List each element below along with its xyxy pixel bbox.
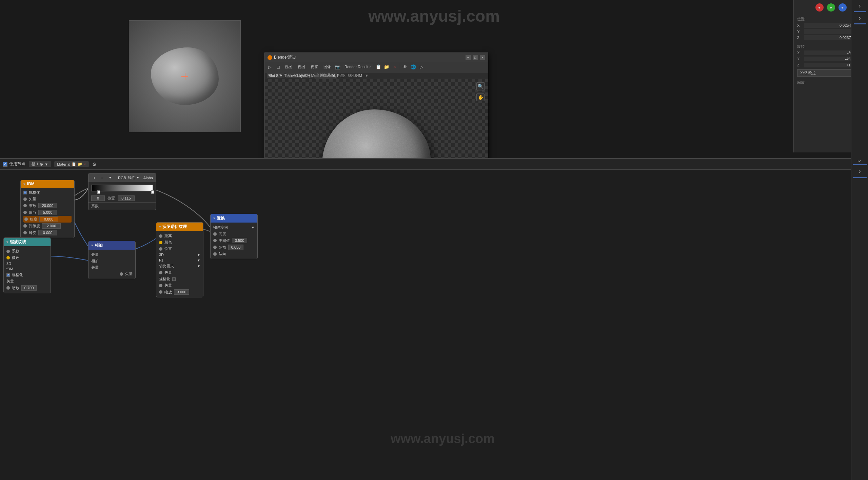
viewport-crosshair — [181, 73, 188, 80]
copy-icon[interactable]: 📋 — [375, 64, 381, 70]
material-folder-icon[interactable]: 📁 — [78, 162, 82, 166]
vor-cheb-row: 切比雪夫 ▼ — [159, 263, 200, 269]
render-toolbar-icon1[interactable]: ▷ — [267, 64, 273, 70]
material-close-icon[interactable]: × — [84, 162, 86, 166]
gradient-marker-2[interactable] — [151, 190, 154, 194]
vor-norm-checkbox[interactable] — [172, 277, 176, 281]
gradient-editor: + − ▾ RGB 线性 ▾ Alpha 位置 — [88, 173, 156, 210]
menu-image[interactable]: 图像 — [322, 64, 333, 70]
fbm-roughness-input[interactable] — [39, 216, 58, 222]
ripple-chevron[interactable]: ▾ — [6, 240, 8, 244]
y-axis-label: Y — [797, 29, 804, 34]
disp-space-arrow[interactable]: ▼ — [251, 226, 255, 229]
render-icon-cam[interactable]: 📷 — [335, 64, 341, 70]
vor-3d-arrow[interactable]: ▼ — [197, 253, 200, 257]
zoom-search-icon[interactable]: 🔍 — [476, 82, 485, 90]
slot-1-dropdown[interactable]: 槽 1 ⊕ ▼ — [29, 161, 51, 167]
render-result-close-icon[interactable]: × — [369, 65, 371, 69]
render-toolbar-icon2[interactable]: ◻ — [275, 64, 281, 70]
restore-button[interactable]: □ — [473, 55, 478, 60]
color-mode-label: RGB — [118, 176, 126, 180]
gradient-marker-1[interactable] — [97, 190, 100, 194]
menu-view2[interactable]: 视图 — [296, 64, 307, 70]
ripple-node: ▾ 锯波纹线 系数 颜色 3D fBM — [3, 237, 51, 293]
narrow-panel-icons: › › — [851, 0, 868, 26]
node-canvas: ▾ fBM ✓ 规格化 矢量 缩放 — [0, 170, 868, 480]
globe-icon[interactable]: 🌐 — [410, 64, 416, 70]
disp-mid-dot — [213, 239, 217, 242]
view3d-icon[interactable]: 👁 — [402, 64, 408, 70]
render-result-label: Render Result — [344, 65, 368, 69]
use-nodes-text: 使用节点 — [9, 161, 25, 167]
disp-chevron[interactable]: ▾ — [213, 216, 215, 220]
fbm-distortion-input[interactable] — [38, 230, 57, 235]
menu-view1[interactable]: 视图 — [283, 64, 294, 70]
use-nodes-label[interactable]: 使用节点 — [3, 161, 25, 167]
use-nodes-checkbox[interactable] — [3, 162, 7, 167]
vor-color-label: 颜色 — [164, 240, 172, 245]
render-result-dropdown[interactable]: Render Result × — [343, 64, 373, 69]
narrow-collapse-2[interactable]: › — [859, 14, 861, 22]
vor-scale-input[interactable] — [174, 289, 189, 295]
ripple-title: 锯波纹线 — [10, 239, 26, 245]
vor-cheb-arrow[interactable]: ▼ — [197, 264, 200, 268]
close-icon[interactable]: × — [392, 64, 398, 70]
disp-mid-input[interactable] — [232, 238, 247, 243]
vor-f1-arrow[interactable]: ▼ — [197, 258, 200, 262]
collapse-arrow-2[interactable]: › — [859, 167, 861, 175]
scale-dot — [23, 204, 27, 207]
vor-dist-row: 距离 — [159, 233, 200, 239]
right-collapse-bar: › › — [851, 158, 868, 480]
info-arrow[interactable]: ▼ — [365, 74, 369, 78]
ry-label: Y — [797, 57, 804, 61]
render-window-title: Blender渲染 — [274, 55, 296, 60]
icon-green-dot[interactable]: ● — [827, 3, 835, 12]
disp-scale-input[interactable] — [228, 245, 243, 250]
add-chevron[interactable]: ▾ — [91, 244, 93, 247]
fbm-detail-row: 细节 — [23, 209, 72, 216]
gradient-position-input[interactable] — [118, 195, 135, 201]
fbm-scale-input[interactable] — [38, 203, 57, 208]
add-vec1-row: 矢量 — [91, 251, 133, 258]
ripple-normalize-row: ✓ 规格化 — [6, 272, 48, 278]
fbm-scale-row: 缩放 — [23, 202, 72, 209]
material-dropdown[interactable]: Material 📋 📁 × — [54, 161, 89, 167]
disp-height-dot — [213, 232, 217, 236]
rotation-mode-dropdown[interactable]: XYZ 欧拉 — [797, 69, 860, 77]
lacunarity-dot — [23, 224, 27, 228]
icon-blue-dot[interactable]: ● — [839, 3, 847, 12]
close-button[interactable]: × — [480, 55, 485, 60]
material-copy-icon[interactable]: 📋 — [72, 162, 76, 166]
icon-red-dot[interactable]: ● — [815, 3, 824, 12]
arrow-icon[interactable]: ▷ — [418, 64, 425, 70]
narrow-blue-bar-1 — [854, 11, 866, 12]
gradient-bar-container — [88, 182, 156, 194]
menu-viewport[interactable]: 视窗 — [309, 64, 320, 70]
coefficient-label: 系数 — [91, 204, 99, 208]
narrow-collapse-1[interactable]: › — [859, 2, 861, 9]
folder-icon[interactable]: 📁 — [383, 64, 390, 70]
fbm-detail-input[interactable] — [38, 210, 57, 215]
hand-tool-icon[interactable]: ✋ — [476, 93, 485, 101]
fbm-chevron[interactable]: ▾ — [23, 182, 25, 186]
gradient-bar[interactable] — [91, 185, 153, 191]
voronoi-body: 距离 颜色 位置 3D ▼ F1 ▼ — [156, 231, 203, 297]
vor-vec-dot — [159, 271, 162, 274]
gradient-value-input[interactable] — [91, 195, 105, 201]
ripple-scale-input[interactable] — [21, 285, 37, 291]
ripple-normalize-checkbox[interactable]: ✓ — [6, 273, 10, 277]
voronoi-chevron[interactable]: ▾ — [159, 225, 161, 229]
minimize-button[interactable]: − — [466, 55, 471, 60]
gradient-arrow-down-btn[interactable]: ▾ — [107, 175, 113, 181]
disp-space-label: 物体空间 — [213, 225, 228, 230]
gradient-add-btn[interactable]: + — [91, 175, 97, 181]
fbm-lacunarity-input[interactable] — [42, 223, 61, 229]
gradient-settings-icon[interactable]: ▾ — [137, 176, 139, 180]
fbm-body: ✓ 规格化 矢量 缩放 细节 — [21, 188, 74, 238]
rx-label: X — [797, 51, 804, 55]
normalize-checkbox[interactable]: ✓ — [23, 191, 27, 194]
collapse-arrow-1[interactable]: › — [856, 160, 864, 162]
gradient-remove-btn[interactable]: − — [99, 175, 105, 181]
distortion-dot — [23, 231, 27, 234]
node-settings-icon[interactable]: ⚙ — [92, 162, 97, 167]
